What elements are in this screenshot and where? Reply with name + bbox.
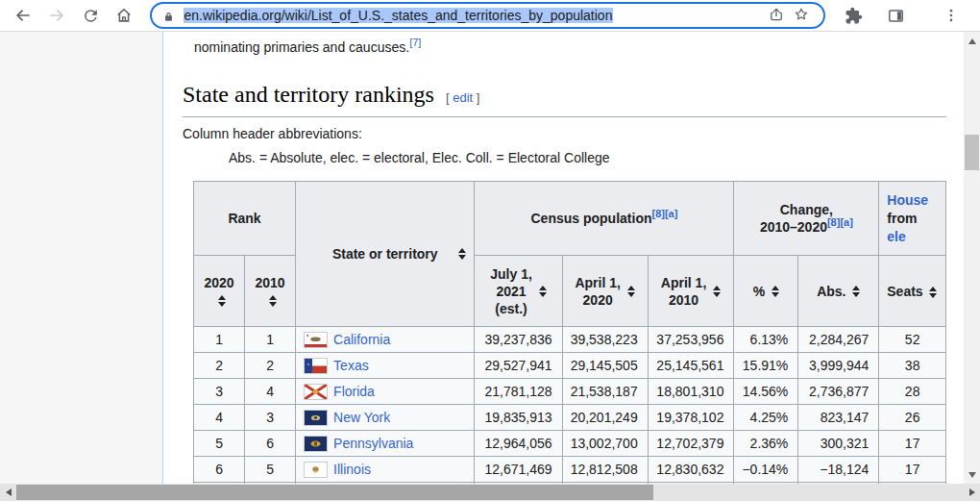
- scroll-up-arrow-icon[interactable]: [964, 34, 980, 48]
- florida-flag-icon: [305, 385, 327, 399]
- census-refs-link[interactable]: [8][a]: [651, 208, 677, 219]
- browser-menu-button[interactable]: [937, 1, 965, 30]
- pop-2021-cell: 12,671,469: [475, 457, 562, 483]
- abs-change-cell: 2,736,877: [798, 379, 879, 405]
- sort-icon[interactable]: [539, 286, 547, 297]
- state-link[interactable]: Florida: [333, 384, 375, 399]
- sort-icon[interactable]: [218, 295, 226, 307]
- abs-change-cell: 2,284,267: [798, 327, 879, 353]
- home-icon: [114, 6, 134, 25]
- pop-2010-cell: 12,702,379: [648, 431, 734, 457]
- pct-change-cell: 15.91%: [734, 353, 798, 379]
- pop-2020-cell: 12,812,508: [562, 457, 648, 483]
- pop-2021-cell: 39,237,836: [475, 327, 562, 353]
- change-refs-link[interactable]: [8][a]: [827, 216, 853, 228]
- elections-link[interactable]: ele: [887, 229, 905, 244]
- illinois-flag-icon: [305, 463, 327, 477]
- reload-button[interactable]: [77, 1, 105, 30]
- abs-change-cell: 3,999,944: [798, 353, 879, 379]
- bookmark-button[interactable]: [789, 3, 814, 28]
- page-content: nominating primaries and caucuses.[7] St…: [0, 32, 964, 484]
- pop-2021-cell: 19,835,913: [475, 405, 562, 431]
- abbrev-definitions: Abs. = Absolute, elec. = electoral, Elec…: [229, 150, 946, 165]
- pop-2020-cell: 20,201,249: [562, 405, 648, 431]
- sidebar-area: [0, 32, 163, 484]
- article-body: nominating primaries and caucuses.[7] St…: [164, 32, 964, 484]
- rankings-table: Rank State or territory Census populatio…: [193, 181, 946, 484]
- header-rank-2010[interactable]: 2010: [245, 256, 296, 327]
- header-state-or-territory[interactable]: State or territory: [296, 182, 475, 327]
- state-link[interactable]: New York: [333, 410, 390, 425]
- header-rank-2020[interactable]: 2020: [194, 256, 245, 327]
- side-panel-button[interactable]: [881, 1, 910, 30]
- scroll-down-arrow-icon[interactable]: [964, 467, 980, 482]
- rank-2010-cell: 1: [245, 327, 296, 353]
- back-icon: [13, 6, 33, 25]
- state-link[interactable]: California: [333, 332, 390, 347]
- back-button[interactable]: [10, 1, 37, 30]
- browser-toolbar: en.wikipedia.org/wiki/List_of_U.S._state…: [0, 0, 980, 32]
- sort-icon[interactable]: [269, 295, 277, 307]
- header-seats[interactable]: Seats: [879, 256, 946, 327]
- scroll-left-arrow-icon[interactable]: [0, 484, 16, 501]
- url-selected-text[interactable]: en.wikipedia.org/wiki/List_of_U.S._state…: [184, 8, 614, 23]
- rank-2010-cell: 4: [245, 379, 296, 405]
- pop-2010-cell: 18,801,310: [648, 379, 734, 405]
- header-rank: Rank: [194, 182, 296, 256]
- home-button[interactable]: [110, 1, 138, 30]
- header-percent-change[interactable]: %: [734, 256, 798, 327]
- abs-change-cell: 300,321: [798, 431, 879, 457]
- pop-2020-cell: 39,538,223: [562, 327, 648, 353]
- abs-change-cell: 823,147: [798, 405, 879, 431]
- seats-cell: 52: [879, 327, 946, 353]
- sort-icon[interactable]: [627, 286, 635, 297]
- edit-section: [ edit ]: [446, 90, 479, 105]
- browser-window: en.wikipedia.org/wiki/List_of_U.S._state…: [0, 0, 980, 501]
- newyork-flag-icon: [305, 411, 327, 425]
- state-link[interactable]: Texas: [333, 358, 369, 373]
- state-cell: Florida: [296, 379, 475, 405]
- extensions-button[interactable]: [839, 1, 868, 30]
- header-house-seats: House from ele: [879, 182, 946, 256]
- url-input[interactable]: en.wikipedia.org/wiki/List_of_U.S._state…: [184, 8, 765, 23]
- share-button[interactable]: [764, 3, 789, 28]
- sort-icon[interactable]: [852, 286, 860, 297]
- table-row: 5 6 Pennsylvania 12,964,056 13,002,700 1…: [194, 431, 946, 457]
- rank-2010-cell: 6: [245, 431, 296, 457]
- state-cell: New York: [296, 405, 475, 431]
- header-april-2010[interactable]: April 1, 2010: [648, 256, 734, 327]
- vertical-scrollbar-thumb[interactable]: [965, 135, 979, 170]
- sort-icon[interactable]: [713, 286, 721, 297]
- forward-button[interactable]: [43, 1, 71, 30]
- rank-2020-cell: 1: [194, 327, 245, 353]
- sort-icon[interactable]: [929, 287, 937, 298]
- vertical-scrollbar[interactable]: [964, 32, 980, 484]
- section-heading-text: State and territory rankings: [183, 82, 434, 107]
- intro-text: nominating primaries and caucuses.: [194, 39, 409, 55]
- sort-icon[interactable]: [458, 248, 466, 260]
- pct-change-cell: 2.36%: [734, 431, 798, 457]
- pop-2021-cell: 21,781,128: [475, 379, 562, 405]
- toolbar-extensions-area: [839, 1, 910, 30]
- house-link[interactable]: House: [887, 192, 928, 208]
- header-abs-change[interactable]: Abs.: [798, 256, 879, 327]
- edit-link[interactable]: edit: [453, 90, 473, 105]
- scroll-right-arrow-icon[interactable]: [964, 484, 980, 501]
- rank-2010-cell: 3: [245, 405, 296, 431]
- state-link[interactable]: Illinois: [333, 462, 371, 477]
- table-body: 1 1 California 39,237,836 39,538,223 37,…: [194, 327, 946, 485]
- horizontal-scrollbar-thumb[interactable]: [16, 485, 653, 500]
- state-link[interactable]: Pennsylvania: [333, 436, 413, 451]
- pop-2010-cell: 25,145,561: [648, 353, 734, 379]
- rankings-table-wrap: Rank State or territory Census populatio…: [193, 181, 946, 484]
- header-april-2020[interactable]: April 1, 2020: [562, 256, 648, 327]
- horizontal-scrollbar[interactable]: [0, 484, 980, 501]
- table-row: 1 1 California 39,237,836 39,538,223 37,…: [194, 327, 946, 353]
- address-bar[interactable]: en.wikipedia.org/wiki/List_of_U.S._state…: [150, 2, 826, 29]
- table-row: 4 3 New York 19,835,913 20,201,249 19,37…: [194, 405, 946, 431]
- footnote-7-link[interactable]: [7]: [409, 37, 421, 48]
- header-change: Change, 2010–2020[8][a]: [734, 182, 879, 256]
- header-july-2021[interactable]: July 1, 2021 (est.): [475, 256, 562, 327]
- sort-icon[interactable]: [772, 286, 779, 297]
- lock-icon[interactable]: [161, 9, 176, 23]
